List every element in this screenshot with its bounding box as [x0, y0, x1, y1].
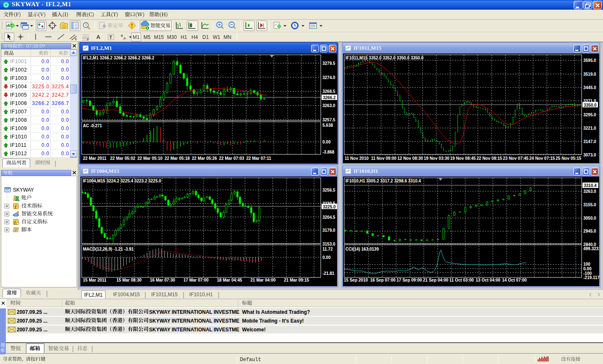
- svg-text:3595.0: 3595.0: [583, 58, 596, 63]
- svg-text:-21.81: -21.81: [322, 271, 335, 276]
- svg-text:F: F: [87, 38, 89, 41]
- svg-text:-219.117: -219.117: [583, 275, 599, 280]
- svg-text:3179.0: 3179.0: [322, 228, 335, 233]
- svg-text:11.72: 11.72: [322, 247, 333, 251]
- svg-text:IF1004,M15 3224.2 3225.4 3223: IF1004,M15 3224.2 3225.4 3223.2 3225.0: [83, 179, 161, 183]
- svg-text:0.00: 0.00: [322, 140, 331, 144]
- svg-text:3295.0: 3295.0: [583, 113, 596, 117]
- svg-text:3266.2: 3266.2: [323, 95, 336, 100]
- svg-text:21 Sep 04:00: 21 Sep 04:00: [423, 278, 448, 282]
- svg-text:22 Nov 08:15: 22 Nov 08:15: [477, 156, 502, 161]
- svg-text:499.3231: 499.3231: [583, 246, 599, 251]
- svg-text:3155.0: 3155.0: [583, 203, 596, 207]
- svg-text:100: 100: [583, 262, 590, 267]
- svg-text:11 Nov 2010: 11 Nov 2010: [345, 156, 369, 161]
- svg-text:AC -0.271: AC -0.271: [83, 123, 102, 128]
- svg-text:14 Oct 07:00: 14 Oct 07:00: [502, 278, 527, 282]
- svg-text:17 Sep 09:00: 17 Sep 09:00: [397, 278, 422, 282]
- svg-text:3225.0: 3225.0: [323, 205, 336, 209]
- svg-text:22 Mar 05:26: 22 Mar 05:26: [192, 156, 217, 161]
- svg-text:23 Nov 07:45: 23 Nov 07:45: [503, 156, 529, 161]
- svg-text:15 Mar 2011: 15 Mar 2011: [83, 278, 107, 282]
- svg-text:18 Mar 04:45: 18 Mar 04:45: [217, 278, 242, 282]
- svg-text:15 Sep 2010: 15 Sep 2010: [344, 278, 368, 282]
- svg-text:3263.0: 3263.0: [322, 103, 335, 108]
- svg-text:22 Mar 07:11: 22 Mar 07:11: [246, 156, 271, 161]
- svg-text:22 Mar 2011: 22 Mar 2011: [83, 156, 107, 161]
- svg-text:3350.0: 3350.0: [584, 103, 597, 108]
- svg-text:3268.5: 3268.5: [322, 89, 335, 94]
- svg-text:0.00: 0.00: [322, 255, 331, 260]
- svg-text:11 Oct 03:00: 11 Oct 03:00: [449, 278, 474, 282]
- svg-text:19 Nov 03:30: 19 Nov 03:30: [424, 156, 450, 161]
- svg-text:24 Nov 07:15: 24 Nov 07:15: [529, 156, 555, 161]
- svg-text:17 Mar 07:00: 17 Mar 07:00: [183, 278, 209, 282]
- svg-text:16 Mar 07:30: 16 Mar 07:30: [150, 278, 175, 282]
- svg-text:3050.0: 3050.0: [583, 216, 596, 220]
- svg-text:3147.0: 3147.0: [583, 139, 596, 144]
- svg-text:3519.0: 3519.0: [583, 72, 596, 77]
- svg-text:5.638: 5.638: [322, 123, 333, 128]
- svg-text:IFL2,M1 3266.2 3266.2 3266.2: IFL2,M1 3266.2 3266.2 3266.2 3266.2: [83, 56, 155, 60]
- svg-text:13 Oct 04:00: 13 Oct 04:00: [476, 278, 500, 282]
- svg-text:3221.0: 3221.0: [583, 126, 596, 131]
- svg-text:3256.5: 3256.5: [322, 188, 335, 192]
- svg-text:22 Mar 05:10: 22 Mar 05:10: [137, 156, 162, 161]
- svg-text:22 Mar 07:03: 22 Mar 07:03: [219, 156, 244, 161]
- svg-text:0.00: 0.00: [583, 267, 592, 271]
- svg-text:IF1010,H1 3305.2 3317.2 3298.: IF1010,H1 3305.2 3317.2 3298.6 3310.4: [345, 179, 421, 183]
- svg-text:3204.5: 3204.5: [322, 215, 335, 220]
- svg-text:3274.0: 3274.0: [322, 75, 335, 80]
- svg-text:3279.5: 3279.5: [322, 61, 335, 66]
- svg-text:CCI(14) 163.0139: CCI(14) 163.0139: [345, 247, 379, 251]
- svg-text:12 Nov 08:30: 12 Nov 08:30: [397, 156, 423, 161]
- svg-text:3263.0: 3263.0: [583, 189, 596, 194]
- svg-text:-3.868: -3.868: [322, 150, 335, 154]
- svg-text:21 Mar 09:15: 21 Mar 09:15: [284, 278, 309, 282]
- svg-text:11 Nov 09:00: 11 Nov 09:00: [371, 156, 397, 161]
- svg-text:22 Mar 05:02: 22 Mar 05:02: [110, 156, 135, 161]
- svg-text:2945.0: 2945.0: [583, 229, 596, 233]
- svg-text:3073.0: 3073.0: [583, 153, 596, 157]
- svg-text:IF1011,M15 3352.0 3352.0 3350: IF1011,M15 3352.0 3352.0 3350.0 3350.0: [345, 56, 424, 60]
- svg-text:21 Mar 04:00: 21 Mar 04:00: [250, 278, 276, 282]
- svg-text:22 Mar 05:18: 22 Mar 05:18: [165, 156, 190, 161]
- svg-text:16 Sep 07:00: 16 Sep 07:00: [370, 278, 396, 282]
- svg-text:15 Mar 08:30: 15 Mar 08:30: [116, 278, 142, 282]
- svg-text:T: T: [109, 35, 112, 40]
- svg-text:19 Nov 08:45: 19 Nov 08:45: [450, 156, 476, 161]
- svg-text:3310.4: 3310.4: [584, 183, 597, 188]
- svg-text:MACD(12,26,9) -1.21 -3.91: MACD(12,26,9) -1.21 -3.91: [83, 247, 134, 251]
- svg-text:E: E: [75, 38, 77, 41]
- svg-text:3445.0: 3445.0: [583, 85, 596, 90]
- svg-text:A: A: [96, 34, 100, 40]
- svg-text:3257.5: 3257.5: [322, 118, 335, 122]
- svg-text:3153.0: 3153.0: [322, 242, 335, 246]
- svg-text:25 Nov 05:15: 25 Nov 05:15: [556, 156, 582, 161]
